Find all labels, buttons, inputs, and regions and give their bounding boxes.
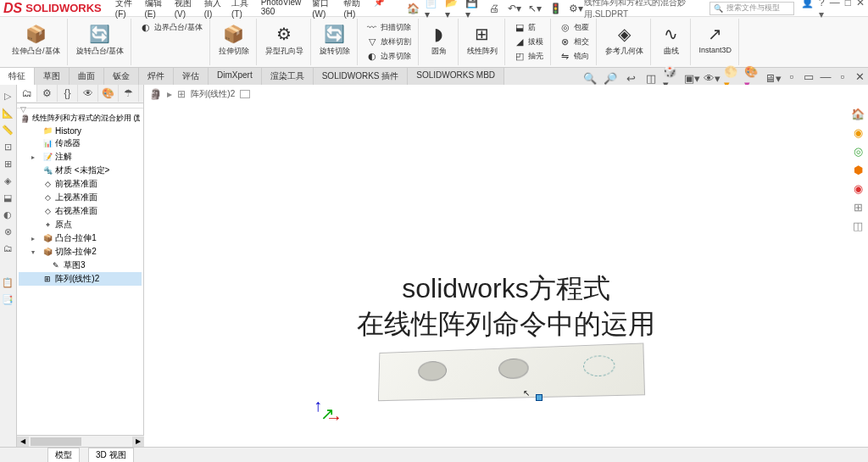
rt-orange-icon[interactable]: ⬢	[849, 161, 866, 178]
breadcrumb-text[interactable]: 阵列(线性)2	[191, 88, 235, 100]
menu-file[interactable]: 文件(F)	[112, 0, 140, 20]
tree-item-6[interactable]: ◇右视基准面	[19, 204, 142, 218]
status-tab-3dview[interactable]: 3D 视图	[88, 448, 134, 463]
tree-item-10[interactable]: ✎草图3	[19, 259, 142, 272]
model-hole-3-preview[interactable]	[583, 355, 615, 377]
rib-button[interactable]: ⬓筋	[512, 20, 545, 34]
user-icon[interactable]: 👤	[801, 0, 814, 20]
tree-item-8[interactable]: ▸📦凸台-拉伸1	[19, 231, 142, 245]
tree-item-0[interactable]: 📁History	[19, 125, 142, 136]
linear-pattern-button[interactable]: ⊞ 线性阵列	[465, 20, 499, 58]
hide-show-icon[interactable]: 👁▾	[704, 70, 721, 86]
tree-item-3[interactable]: 🔩材质 <未指定>	[19, 164, 142, 177]
scroll-left-icon[interactable]: ◀	[17, 437, 29, 447]
bc-pattern-icon[interactable]: ⊞	[177, 88, 186, 100]
rt-green-icon[interactable]: ◎	[849, 142, 866, 159]
section-view-icon[interactable]: ◫	[643, 70, 659, 86]
3d-viewport[interactable]: 🗿 ▸ ⊞ 阵列(线性)2 🏠 ◉ ◎ ⬢ ◉ ⊞ ◫ solidworks方程…	[144, 85, 868, 449]
scene-icon[interactable]: 🎨▾	[744, 70, 761, 86]
tab-dimxpert[interactable]: DimXpert	[209, 68, 262, 85]
options-icon[interactable]: ⚙▾	[567, 1, 584, 16]
tab-features[interactable]: 特征	[0, 68, 35, 85]
instant3d-button[interactable]: ↗ Instant3D	[698, 20, 734, 56]
wrap-button[interactable]: ◎包覆	[558, 20, 591, 34]
tree-item-1[interactable]: 📊传感器	[19, 136, 142, 150]
tree-item-2[interactable]: ▸📝注解	[19, 150, 142, 164]
maximize-icon[interactable]: □	[845, 0, 851, 20]
search-input[interactable]: 🔍 搜索文件与模型	[709, 2, 794, 15]
tree-item-4[interactable]: ◇前视基准面	[19, 177, 142, 191]
intersect-button[interactable]: ⊗相交	[558, 35, 591, 48]
rt-panel-icon[interactable]: ◫	[849, 217, 866, 234]
draft-button[interactable]: ◢拔模	[512, 35, 545, 48]
scroll-thumb[interactable]	[31, 437, 81, 446]
lt-icon-11[interactable]: 📋	[0, 275, 15, 290]
doc-min-icon[interactable]: ▫	[783, 68, 800, 85]
doc-restore-icon[interactable]: —	[817, 68, 834, 85]
curves-button[interactable]: ∿ 曲线	[658, 20, 685, 58]
tab-addins[interactable]: SOLIDWORKS 插件	[314, 68, 409, 85]
lt-icon-5[interactable]: ⊞	[0, 156, 15, 171]
boundary-cut-button[interactable]: ◐边界切除	[364, 49, 413, 63]
tree-item-11[interactable]: ⊞阵列(线性)2	[19, 272, 142, 286]
lt-icon-6[interactable]: ◈	[0, 173, 15, 188]
tree-toggle-icon[interactable]: ▸	[31, 153, 40, 161]
menu-view[interactable]: 视图(V)	[171, 0, 199, 20]
select-icon[interactable]: ↖▾	[526, 1, 543, 16]
lt-icon-7[interactable]: ⬓	[0, 190, 15, 205]
status-tab-model[interactable]: 模型	[47, 448, 80, 463]
close-icon[interactable]: ✕	[856, 0, 865, 20]
rt-gold-icon[interactable]: ◉	[849, 124, 866, 141]
tab-surface[interactable]: 曲面	[70, 68, 104, 85]
tree-tab-feature-icon[interactable]: 🗂	[17, 85, 37, 102]
tree-root[interactable]: 🗿 线性阵列和方程式的混合妙用 (默认<<默...	[19, 112, 142, 125]
selection-handle[interactable]	[536, 394, 542, 401]
lt-icon-4[interactable]: ⊡	[0, 139, 15, 154]
help-icon[interactable]: ?▾	[819, 0, 825, 20]
extrude-cut-button[interactable]: 📦 拉伸切除	[217, 20, 251, 58]
tree-toggle-icon[interactable]: ▸	[31, 235, 40, 242]
tree-tab-appearance-icon[interactable]: 🎨	[98, 85, 119, 102]
menu-photoview[interactable]: PhotoView 360	[258, 0, 308, 20]
model-hole-1[interactable]	[418, 361, 447, 381]
rt-red-icon[interactable]: ◉	[849, 180, 866, 197]
view-settings-icon[interactable]: 🖥▾	[765, 70, 782, 86]
tree-tab-property-icon[interactable]: {}	[58, 85, 78, 102]
view-orientation-icon[interactable]: 🎲▾	[663, 70, 680, 86]
tab-mbd[interactable]: SOLIDWORKS MBD	[408, 68, 504, 85]
mirror-button[interactable]: ⇋镜向	[558, 49, 591, 63]
tree-item-5[interactable]: ◇上视基准面	[19, 191, 142, 204]
tree-tab-more-icon[interactable]: ☂	[119, 85, 139, 102]
minimize-icon[interactable]: —	[830, 0, 840, 20]
lt-icon-1[interactable]: ▷	[0, 88, 15, 103]
rt-home-icon[interactable]: 🏠	[849, 105, 866, 122]
tree-scrollbar[interactable]: ◀ ▶	[17, 435, 144, 447]
extrude-boss-button[interactable]: 📦 拉伸凸台/基体	[10, 20, 62, 58]
lt-icon-3[interactable]: 📏	[0, 122, 15, 137]
print-icon[interactable]: 🖨	[486, 1, 503, 16]
fillet-button[interactable]: ◗ 圆角	[426, 20, 453, 58]
tab-sketch[interactable]: 草图	[35, 68, 70, 85]
lt-icon-2[interactable]: 📐	[0, 105, 15, 120]
home-icon[interactable]: 🏠	[404, 1, 421, 16]
rebuild-icon[interactable]: 🚦	[547, 1, 564, 16]
lt-icon-8[interactable]: ◐	[0, 207, 15, 222]
hole-wizard-button[interactable]: ⚙ 异型孔向导	[264, 20, 305, 58]
tree-tab-display-icon[interactable]: 👁	[78, 85, 98, 102]
display-style-icon[interactable]: ▣▾	[683, 70, 700, 86]
previous-view-icon[interactable]: ↩	[622, 70, 639, 86]
tab-sheetmetal[interactable]: 钣金	[104, 68, 139, 85]
menu-tools[interactable]: 工具(T)	[228, 0, 256, 20]
3d-model[interactable]: ↖	[370, 348, 642, 398]
lt-icon-10[interactable]: 🗂	[0, 241, 15, 256]
doc-max-icon[interactable]: ▭	[800, 68, 817, 85]
tree-tab-config-icon[interactable]: ⚙	[37, 85, 58, 102]
tab-weldment[interactable]: 焊件	[139, 68, 174, 85]
ref-geom-button[interactable]: ◈ 参考几何体	[604, 20, 645, 58]
menu-insert[interactable]: 插入(I)	[201, 0, 226, 20]
tab-evaluate[interactable]: 评估	[174, 68, 209, 85]
menu-pin-icon[interactable]: 📌	[370, 0, 387, 20]
tree-item-7[interactable]: ⌖原点	[19, 218, 142, 231]
doc-close-icon[interactable]: ▫	[834, 68, 851, 85]
lt-icon-9[interactable]: ⊗	[0, 224, 15, 239]
